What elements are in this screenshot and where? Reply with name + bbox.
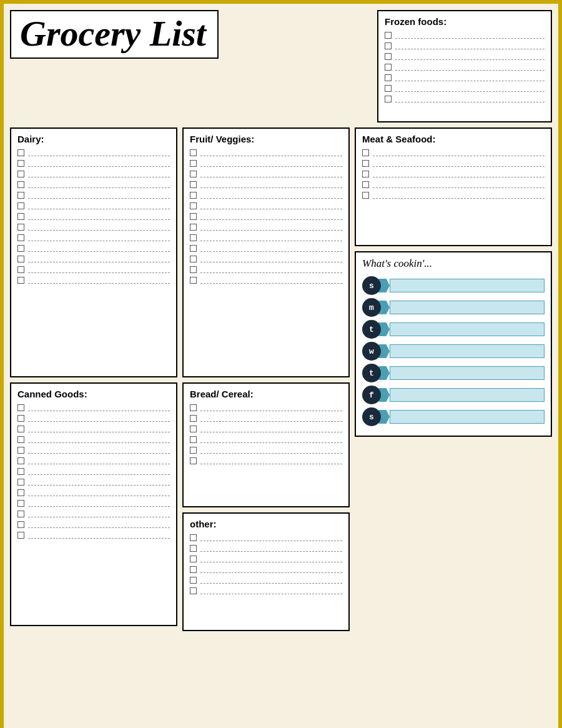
checkbox[interactable] xyxy=(17,277,24,284)
checkbox[interactable] xyxy=(17,224,24,231)
day-input[interactable] xyxy=(390,410,545,424)
checkbox[interactable] xyxy=(17,489,24,496)
list-item[interactable] xyxy=(190,256,342,262)
list-item[interactable] xyxy=(17,277,170,284)
list-item[interactable] xyxy=(385,42,545,49)
checkbox[interactable] xyxy=(190,457,197,464)
checkbox[interactable] xyxy=(17,532,24,539)
list-item[interactable] xyxy=(17,160,170,167)
list-item[interactable] xyxy=(362,160,545,167)
list-item[interactable] xyxy=(17,266,170,273)
list-item[interactable] xyxy=(362,192,545,199)
checkbox[interactable] xyxy=(17,256,24,262)
list-item[interactable] xyxy=(190,436,342,443)
checkbox[interactable] xyxy=(190,415,197,422)
checkbox[interactable] xyxy=(190,404,197,411)
list-item[interactable] xyxy=(190,181,342,188)
checkbox[interactable] xyxy=(190,202,197,209)
checkbox[interactable] xyxy=(17,426,24,432)
list-item[interactable] xyxy=(17,521,170,528)
checkbox[interactable] xyxy=(190,224,197,231)
list-item[interactable] xyxy=(190,426,342,432)
checkbox[interactable] xyxy=(17,202,24,209)
list-item[interactable] xyxy=(190,534,342,541)
checkbox[interactable] xyxy=(17,171,24,177)
day-input[interactable] xyxy=(390,366,545,380)
checkbox[interactable] xyxy=(17,457,24,464)
list-item[interactable] xyxy=(190,234,342,241)
day-input[interactable] xyxy=(390,301,545,314)
list-item[interactable] xyxy=(385,74,545,81)
list-item[interactable] xyxy=(190,587,342,594)
list-item[interactable] xyxy=(17,426,170,432)
list-item[interactable] xyxy=(17,213,170,220)
list-item[interactable] xyxy=(17,404,170,411)
checkbox[interactable] xyxy=(17,234,24,241)
list-item[interactable] xyxy=(385,64,545,71)
checkbox[interactable] xyxy=(385,32,392,39)
checkbox[interactable] xyxy=(17,192,24,199)
list-item[interactable] xyxy=(17,500,170,507)
checkbox[interactable] xyxy=(190,566,197,573)
list-item[interactable] xyxy=(17,447,170,454)
day-row[interactable]: w xyxy=(362,342,545,361)
checkbox[interactable] xyxy=(17,447,24,454)
list-item[interactable] xyxy=(190,213,342,220)
checkbox[interactable] xyxy=(190,245,197,252)
list-item[interactable] xyxy=(190,404,342,411)
list-item[interactable] xyxy=(17,489,170,496)
list-item[interactable] xyxy=(190,149,342,156)
list-item[interactable] xyxy=(17,149,170,156)
checkbox[interactable] xyxy=(190,234,197,241)
checkbox[interactable] xyxy=(17,149,24,156)
list-item[interactable] xyxy=(190,447,342,454)
list-item[interactable] xyxy=(17,532,170,539)
checkbox[interactable] xyxy=(17,511,24,517)
checkbox[interactable] xyxy=(190,447,197,454)
list-item[interactable] xyxy=(190,545,342,552)
checkbox[interactable] xyxy=(190,577,197,584)
checkbox[interactable] xyxy=(190,556,197,562)
list-item[interactable] xyxy=(385,53,545,60)
list-item[interactable] xyxy=(190,266,342,273)
list-item[interactable] xyxy=(190,277,342,284)
checkbox[interactable] xyxy=(17,436,24,443)
checkbox[interactable] xyxy=(190,545,197,552)
checkbox[interactable] xyxy=(385,53,392,60)
list-item[interactable] xyxy=(190,224,342,231)
list-item[interactable] xyxy=(17,436,170,443)
checkbox[interactable] xyxy=(190,436,197,443)
list-item[interactable] xyxy=(385,96,545,102)
checkbox[interactable] xyxy=(17,468,24,475)
list-item[interactable] xyxy=(385,85,545,92)
list-item[interactable] xyxy=(190,415,342,422)
list-item[interactable] xyxy=(17,192,170,199)
list-item[interactable] xyxy=(17,479,170,486)
list-item[interactable] xyxy=(190,457,342,464)
checkbox[interactable] xyxy=(190,426,197,432)
checkbox[interactable] xyxy=(362,181,369,188)
checkbox[interactable] xyxy=(190,149,197,156)
day-row[interactable]: s xyxy=(362,407,545,426)
checkbox[interactable] xyxy=(190,171,197,177)
list-item[interactable] xyxy=(17,511,170,517)
checkbox[interactable] xyxy=(385,74,392,81)
checkbox[interactable] xyxy=(17,521,24,528)
checkbox[interactable] xyxy=(385,85,392,92)
list-item[interactable] xyxy=(190,202,342,209)
day-row[interactable]: m xyxy=(362,298,545,317)
list-item[interactable] xyxy=(190,556,342,562)
list-item[interactable] xyxy=(190,566,342,573)
checkbox[interactable] xyxy=(17,404,24,411)
list-item[interactable] xyxy=(190,192,342,199)
checkbox[interactable] xyxy=(190,266,197,273)
list-item[interactable] xyxy=(385,32,545,39)
checkbox[interactable] xyxy=(362,149,369,156)
list-item[interactable] xyxy=(17,224,170,231)
list-item[interactable] xyxy=(17,202,170,209)
list-item[interactable] xyxy=(17,256,170,262)
list-item[interactable] xyxy=(17,415,170,422)
checkbox[interactable] xyxy=(385,96,392,102)
list-item[interactable] xyxy=(362,171,545,177)
checkbox[interactable] xyxy=(362,160,369,167)
